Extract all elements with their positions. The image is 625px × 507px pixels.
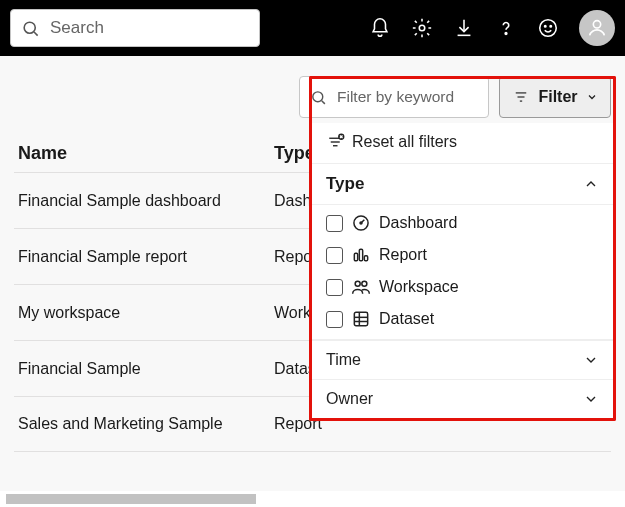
- grid-icon: [351, 309, 371, 329]
- column-name-header[interactable]: Name: [14, 143, 274, 164]
- scrollbar-thumb[interactable]: [6, 494, 256, 504]
- svg-point-2: [419, 25, 425, 31]
- filter-icon: [512, 90, 530, 104]
- svg-line-9: [322, 100, 325, 103]
- svg-line-1: [34, 32, 38, 36]
- search-icon: [21, 19, 40, 38]
- search-icon: [310, 89, 327, 106]
- option-label: Dashboard: [379, 214, 457, 232]
- svg-point-6: [550, 25, 551, 26]
- option-label: Report: [379, 246, 427, 264]
- reset-all-filters[interactable]: Reset all filters: [312, 123, 613, 164]
- option-label: Workspace: [379, 278, 459, 296]
- filter-option-report[interactable]: Report: [326, 245, 599, 265]
- checkbox[interactable]: [326, 215, 343, 232]
- filter-panel: Reset all filters Type Dashboard Repo: [309, 123, 616, 421]
- app-header: [0, 0, 625, 56]
- global-search[interactable]: [10, 9, 260, 47]
- chevron-down-icon: [583, 352, 599, 368]
- checkbox[interactable]: [326, 247, 343, 264]
- svg-point-25: [355, 281, 360, 286]
- gear-icon[interactable]: [411, 17, 433, 39]
- filter-section-time[interactable]: Time: [312, 340, 613, 379]
- filter-keyword-input[interactable]: [335, 87, 478, 107]
- reset-filter-icon: [326, 133, 346, 151]
- download-icon[interactable]: [453, 17, 475, 39]
- filter-option-dashboard[interactable]: Dashboard: [326, 213, 599, 233]
- reset-label: Reset all filters: [352, 133, 457, 151]
- svg-point-0: [24, 22, 35, 33]
- row-name: Financial Sample dashboard: [14, 192, 274, 210]
- row-name: My workspace: [14, 304, 274, 322]
- svg-point-5: [545, 25, 546, 26]
- checkbox[interactable]: [326, 279, 343, 296]
- section-label: Time: [326, 351, 361, 369]
- filter-button[interactable]: Filter: [499, 76, 611, 118]
- filter-type-options: Dashboard Report Workspace: [312, 205, 613, 340]
- svg-point-26: [362, 281, 367, 286]
- filter-option-workspace[interactable]: Workspace: [326, 277, 599, 297]
- row-name: Financial Sample report: [14, 248, 274, 266]
- section-label: Owner: [326, 390, 373, 408]
- checkbox[interactable]: [326, 311, 343, 328]
- row-name: Financial Sample: [14, 360, 274, 378]
- filter-option-dataset[interactable]: Dataset: [326, 309, 599, 329]
- section-label: Type: [326, 174, 364, 194]
- profile-avatar[interactable]: [579, 10, 615, 46]
- help-icon[interactable]: [495, 17, 517, 39]
- svg-rect-24: [364, 256, 367, 261]
- bell-icon[interactable]: [369, 17, 391, 39]
- horizontal-scrollbar[interactable]: [0, 491, 625, 507]
- chevron-up-icon: [583, 176, 599, 192]
- row-name: Sales and Marketing Sample: [14, 415, 274, 433]
- svg-point-4: [540, 20, 557, 37]
- svg-rect-23: [359, 249, 362, 261]
- content-toolbar: Filter: [0, 56, 625, 118]
- svg-point-7: [593, 21, 600, 28]
- gauge-icon: [351, 213, 371, 233]
- people-icon: [351, 277, 371, 297]
- search-input[interactable]: [48, 17, 249, 39]
- filter-section-type[interactable]: Type: [312, 164, 613, 205]
- svg-point-3: [505, 33, 507, 35]
- filter-section-owner[interactable]: Owner: [312, 379, 613, 418]
- smile-icon[interactable]: [537, 17, 559, 39]
- svg-rect-22: [354, 253, 357, 261]
- filter-keyword-box[interactable]: [299, 76, 489, 118]
- option-label: Dataset: [379, 310, 434, 328]
- chevron-down-icon: [586, 91, 598, 103]
- filter-button-label: Filter: [538, 88, 577, 106]
- svg-point-8: [313, 91, 323, 101]
- header-actions: [369, 10, 615, 46]
- bar-chart-icon: [351, 245, 371, 265]
- svg-point-21: [360, 222, 362, 224]
- chevron-down-icon: [583, 391, 599, 407]
- svg-rect-27: [354, 312, 367, 325]
